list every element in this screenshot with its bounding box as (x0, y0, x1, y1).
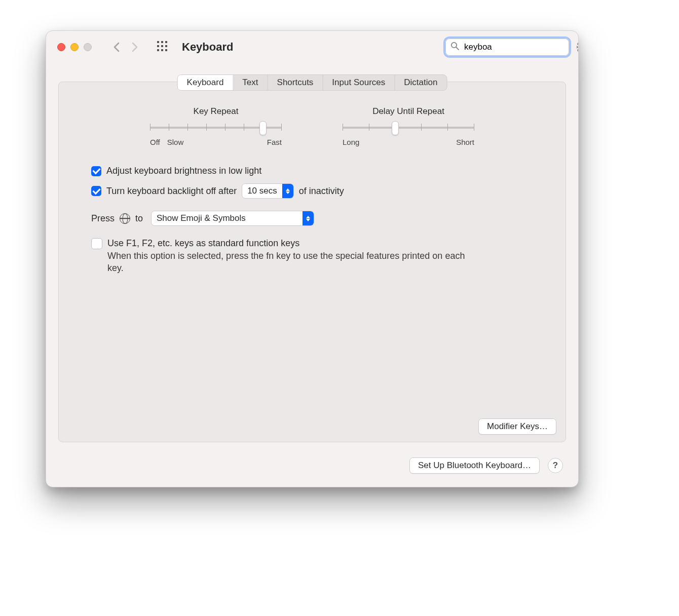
backlight-checkbox[interactable] (91, 186, 101, 196)
tab-input-sources[interactable]: Input Sources (323, 75, 395, 90)
tab-text[interactable]: Text (233, 75, 268, 90)
globe-action-value: Show Emoji & Symbols (152, 213, 251, 223)
tab-dictation[interactable]: Dictation (395, 75, 446, 90)
nav-arrows (113, 42, 138, 52)
globe-row: Press to Show Emoji & Symbols (91, 211, 533, 226)
bluetooth-keyboard-button[interactable]: Set Up Bluetooth Keyboard… (409, 457, 540, 474)
fn-keys-label: Use F1, F2, etc. keys as standard functi… (107, 238, 482, 249)
close-window-button[interactable] (57, 43, 65, 51)
svg-rect-6 (157, 49, 159, 51)
minimize-window-button[interactable] (70, 43, 79, 51)
svg-rect-0 (157, 41, 159, 43)
delay-long-label: Long (343, 138, 359, 146)
brightness-checkbox[interactable] (91, 166, 101, 176)
key-repeat-title: Key Repeat (150, 106, 282, 117)
tab-keyboard[interactable]: Keyboard (178, 75, 234, 90)
key-repeat-slider-block: Key Repeat Off Slow Fast (150, 106, 282, 146)
search-icon (450, 42, 459, 53)
delay-short-label: Short (456, 138, 474, 146)
delay-slider-block: Delay Until Repeat Long Short (343, 106, 474, 146)
backlight-timeout-select[interactable]: 10 secs (242, 183, 294, 199)
svg-rect-5 (165, 45, 167, 47)
globe-icon (120, 213, 130, 224)
backlight-label-before: Turn keyboard backlight off after (106, 186, 237, 197)
stepper-arrows-icon (282, 184, 293, 198)
svg-rect-2 (165, 41, 167, 43)
preferences-window: Keyboard Keyboard Text Shortcuts Input S… (46, 30, 579, 487)
delay-thumb[interactable] (392, 121, 399, 135)
key-repeat-slow-label: Slow (167, 138, 184, 146)
svg-line-10 (456, 47, 459, 50)
globe-label-after: to (135, 213, 143, 224)
footer: Set Up Bluetooth Keyboard… ? (409, 457, 563, 474)
svg-rect-1 (161, 41, 163, 43)
brightness-label: Adjust keyboard brightness in low light (106, 166, 261, 176)
window-title: Keyboard (182, 41, 233, 54)
key-repeat-off-label: Off (150, 138, 160, 146)
window-controls (57, 43, 92, 51)
search-input[interactable] (463, 42, 573, 53)
zoom-window-button (84, 43, 92, 51)
backlight-label-after: of inactivity (299, 186, 344, 197)
svg-rect-4 (161, 45, 163, 47)
tab-bar: Keyboard Text Shortcuts Input Sources Di… (177, 74, 447, 91)
key-repeat-thumb[interactable] (259, 121, 267, 135)
svg-rect-7 (161, 49, 163, 51)
show-all-icon[interactable] (157, 41, 168, 54)
clear-search-icon[interactable] (577, 42, 579, 52)
tab-shortcuts[interactable]: Shortcuts (268, 75, 323, 90)
forward-button[interactable] (131, 42, 138, 52)
back-button[interactable] (113, 42, 120, 52)
key-repeat-slider[interactable] (150, 122, 282, 134)
fn-keys-hint: When this option is selected, press the … (107, 250, 482, 275)
settings-panel: Keyboard Text Shortcuts Input Sources Di… (58, 82, 566, 442)
key-repeat-fast-label: Fast (267, 138, 282, 146)
fn-keys-checkbox[interactable] (91, 238, 102, 249)
delay-title: Delay Until Repeat (343, 106, 474, 117)
fn-keys-row: Use F1, F2, etc. keys as standard functi… (91, 238, 533, 275)
backlight-timeout-value: 10 secs (242, 186, 282, 196)
titlebar: Keyboard (46, 31, 578, 63)
globe-label-before: Press (91, 213, 115, 224)
backlight-row: Turn keyboard backlight off after 10 sec… (91, 183, 533, 199)
svg-rect-3 (157, 45, 159, 47)
search-field[interactable] (445, 38, 569, 56)
globe-action-select[interactable]: Show Emoji & Symbols (151, 211, 314, 226)
svg-rect-8 (165, 49, 167, 51)
brightness-row: Adjust keyboard brightness in low light (91, 166, 533, 176)
help-button[interactable]: ? (548, 458, 563, 473)
modifier-keys-button[interactable]: Modifier Keys… (478, 418, 556, 435)
options-form: Adjust keyboard brightness in low light … (59, 146, 565, 275)
sliders-row: Key Repeat Off Slow Fast (59, 82, 565, 146)
stepper-arrows-icon (303, 211, 314, 225)
delay-slider[interactable] (343, 122, 474, 134)
